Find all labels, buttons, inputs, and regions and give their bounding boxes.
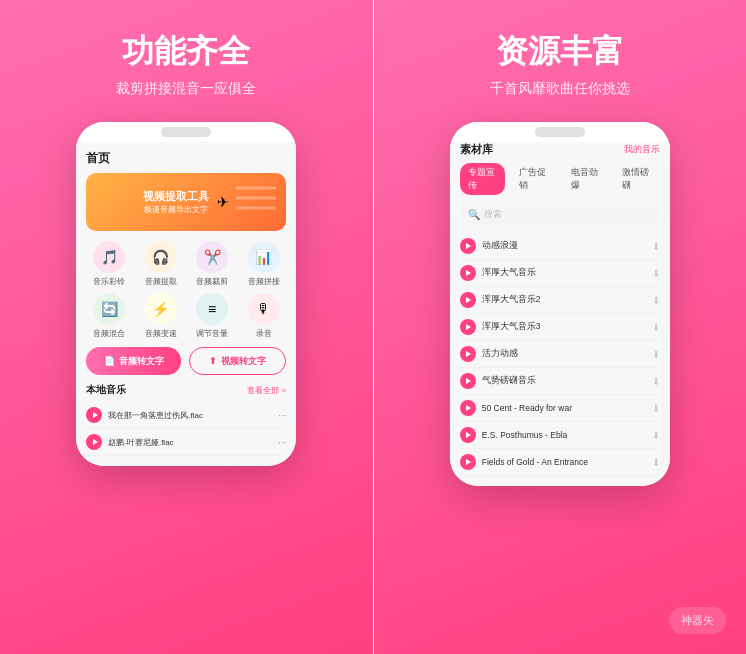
song-name-4: 活力动感 <box>482 348 652 360</box>
song-name-7: E.S. Posthumus - Ebla <box>482 430 652 440</box>
icon-label-1: 音频提取 <box>145 276 177 287</box>
search-bar[interactable]: 🔍 搜索 <box>460 203 660 225</box>
download-icon-2[interactable]: ⬇ <box>652 295 660 306</box>
download-icon-5[interactable]: ⬇ <box>652 376 660 387</box>
icon-item-1[interactable]: 🎧 音频提取 <box>138 241 184 287</box>
icon-label-4: 音频混合 <box>93 328 125 339</box>
song-name-6: 50 Cent - Ready for war <box>482 403 652 413</box>
category-tab-0[interactable]: 专题宣传 <box>460 163 506 195</box>
audio-icon: 📄 <box>104 356 115 366</box>
audio-to-text-button[interactable]: 📄 音频转文字 <box>86 347 181 375</box>
song-name-8: Fields of Gold - An Entrance <box>482 457 652 467</box>
icon-circle-7: 🎙 <box>248 293 280 325</box>
icon-circle-0: 🎵 <box>93 241 125 273</box>
icon-circle-5: ⚡ <box>145 293 177 325</box>
right-phone-notch <box>535 127 585 137</box>
banner: 视频提取工具 极速音频导出文字 ✈ <box>86 173 286 231</box>
song-play-icon-6 <box>460 400 476 416</box>
more-icon-0[interactable]: ··· <box>278 410 286 421</box>
icon-item-3[interactable]: 📊 音频拼接 <box>241 241 287 287</box>
category-tabs: 专题宣传广告促销电音劲爆激情磅礴 <box>460 163 660 195</box>
icon-item-5[interactable]: ⚡ 音频变速 <box>138 293 184 339</box>
song-name-2: 浑厚大气音乐2 <box>482 294 652 306</box>
play-icon-0 <box>86 407 102 423</box>
right-title: 资源丰富 <box>496 30 624 74</box>
search-icon: 🔍 <box>468 209 480 220</box>
local-music-item[interactable]: 赵鹏-叶赛尼娅.flac ··· <box>86 429 286 456</box>
icon-label-6: 调节音量 <box>196 328 228 339</box>
icon-circle-2: ✂️ <box>196 241 228 273</box>
left-title: 功能齐全 <box>122 30 250 74</box>
song-name-0: 动感浪漫 <box>482 240 652 252</box>
library-song-item[interactable]: Fields of Gold - An Entrance ⬇ <box>460 449 660 476</box>
left-subtitle: 裁剪拼接混音一应俱全 <box>116 80 256 98</box>
category-tab-3[interactable]: 激情磅礴 <box>614 163 660 195</box>
library-song-item[interactable]: 浑厚大气音乐3 ⬇ <box>460 314 660 341</box>
category-tab-2[interactable]: 电音劲爆 <box>563 163 609 195</box>
library-song-item[interactable]: 浑厚大气音乐 ⬇ <box>460 260 660 287</box>
song-name-5: 气势磅礴音乐 <box>482 375 652 387</box>
right-phone-mockup: 素材库 我的音乐 专题宣传广告促销电音劲爆激情磅礴 🔍 搜索 动感浪漫 ⬇ 浑厚… <box>450 122 670 486</box>
icon-item-2[interactable]: ✂️ 音频裁剪 <box>189 241 235 287</box>
music-name-0: 我在那一角落患过伤风.flac <box>108 410 278 421</box>
icon-circle-3: 📊 <box>248 241 280 273</box>
right-phone-notch-bar <box>450 122 670 142</box>
view-all-link[interactable]: 查看全部 > <box>247 385 286 396</box>
song-play-icon-1 <box>460 265 476 281</box>
more-icon-1[interactable]: ··· <box>278 437 286 448</box>
local-music-item[interactable]: 我在那一角落患过伤风.flac ··· <box>86 402 286 429</box>
library-song-item[interactable]: 气势磅礴音乐 ⬇ <box>460 368 660 395</box>
video-icon: ⬆ <box>209 356 217 366</box>
right-subtitle: 千首风靡歌曲任你挑选 <box>490 80 630 98</box>
action-buttons: 📄 音频转文字 ⬆ 视频转文字 <box>86 347 286 375</box>
category-tab-1[interactable]: 广告促销 <box>511 163 557 195</box>
song-play-icon-2 <box>460 292 476 308</box>
icon-grid: 🎵 音乐彩铃 🎧 音频提取 ✂️ 音频裁剪 📊 音频拼接 🔄 音频混合 ⚡ 音频… <box>86 241 286 339</box>
icon-item-6[interactable]: ≡ 调节音量 <box>189 293 235 339</box>
icon-label-7: 录音 <box>256 328 272 339</box>
download-icon-8[interactable]: ⬇ <box>652 457 660 468</box>
play-icon-1 <box>86 434 102 450</box>
icon-label-0: 音乐彩铃 <box>93 276 125 287</box>
library-song-item[interactable]: 浑厚大气音乐2 ⬇ <box>460 287 660 314</box>
library-song-item[interactable]: 活力动感 ⬇ <box>460 341 660 368</box>
local-song-list: 我在那一角落患过伤风.flac ··· 赵鹏-叶赛尼娅.flac ··· <box>86 402 286 456</box>
download-icon-4[interactable]: ⬇ <box>652 349 660 360</box>
song-play-icon-5 <box>460 373 476 389</box>
icon-label-5: 音频变速 <box>145 328 177 339</box>
banner-title: 视频提取工具 <box>143 189 209 204</box>
left-phone-content: 首页 视频提取工具 极速音频导出文字 ✈ 🎵 音乐彩铃 🎧 音频提取 <box>76 142 296 466</box>
song-name-1: 浑厚大气音乐 <box>482 267 652 279</box>
icon-item-0[interactable]: 🎵 音乐彩铃 <box>86 241 132 287</box>
phone-notch-bar <box>76 122 296 142</box>
library-song-item[interactable]: E.S. Posthumus - Ebla ⬇ <box>460 422 660 449</box>
song-play-icon-8 <box>460 454 476 470</box>
icon-item-7[interactable]: 🎙 录音 <box>241 293 287 339</box>
download-icon-7[interactable]: ⬇ <box>652 430 660 441</box>
left-phone-mockup: 首页 视频提取工具 极速音频导出文字 ✈ 🎵 音乐彩铃 🎧 音频提取 <box>76 122 296 466</box>
icon-label-2: 音频裁剪 <box>196 276 228 287</box>
music-name-1: 赵鹏-叶赛尼娅.flac <box>108 437 278 448</box>
phone-section-title: 首页 <box>86 142 286 173</box>
download-icon-0[interactable]: ⬇ <box>652 241 660 252</box>
download-icon-6[interactable]: ⬇ <box>652 403 660 414</box>
song-play-icon-0 <box>460 238 476 254</box>
left-panel: 功能齐全 裁剪拼接混音一应俱全 首页 视频提取工具 极速音频导出文字 ✈ <box>0 0 373 654</box>
icon-item-4[interactable]: 🔄 音频混合 <box>86 293 132 339</box>
song-name-3: 浑厚大气音乐3 <box>482 321 652 333</box>
library-song-list: 动感浪漫 ⬇ 浑厚大气音乐 ⬇ 浑厚大气音乐2 ⬇ 浑厚大气音乐3 ⬇ 活力动感… <box>460 233 660 476</box>
phone-notch <box>161 127 211 137</box>
library-song-item[interactable]: 50 Cent - Ready for war ⬇ <box>460 395 660 422</box>
song-play-icon-3 <box>460 319 476 335</box>
library-header: 素材库 我的音乐 <box>460 142 660 157</box>
search-input[interactable]: 搜索 <box>484 208 502 221</box>
icon-circle-1: 🎧 <box>145 241 177 273</box>
download-icon-3[interactable]: ⬇ <box>652 322 660 333</box>
library-song-item[interactable]: 动感浪漫 ⬇ <box>460 233 660 260</box>
download-icon-1[interactable]: ⬇ <box>652 268 660 279</box>
local-music-header: 本地音乐 查看全部 > <box>86 383 286 397</box>
video-to-text-button[interactable]: ⬆ 视频转文字 <box>189 347 286 375</box>
banner-arrow-icon: ✈ <box>217 194 229 210</box>
local-music-title: 本地音乐 <box>86 383 126 397</box>
my-music-link[interactable]: 我的音乐 <box>624 143 660 156</box>
